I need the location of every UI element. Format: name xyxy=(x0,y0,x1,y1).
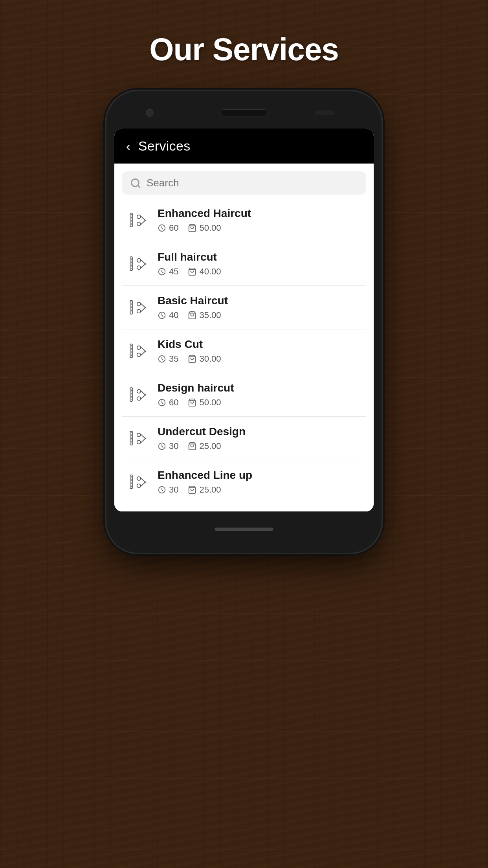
search-bar[interactable] xyxy=(122,171,366,195)
clock-icon xyxy=(158,398,166,407)
price-item: 50.00 xyxy=(188,397,221,408)
duration-item: 35 xyxy=(158,354,178,364)
svg-point-76 xyxy=(137,397,140,400)
duration-value: 45 xyxy=(169,267,178,277)
duration-value: 60 xyxy=(169,223,178,233)
back-button[interactable]: ‹ xyxy=(126,140,130,153)
service-meta: 45 40.00 xyxy=(158,267,362,277)
clock-icon xyxy=(158,355,166,363)
search-input[interactable] xyxy=(147,177,358,189)
service-meta: 60 50.00 xyxy=(158,397,362,408)
service-meta: 60 50.00 xyxy=(158,223,362,233)
svg-point-60 xyxy=(137,353,140,357)
service-info: Enhanced Haircut 60 50.00 xyxy=(158,207,362,233)
duration-value: 40 xyxy=(169,310,178,320)
svg-line-62 xyxy=(140,351,145,356)
service-meta: 40 35.00 xyxy=(158,310,362,320)
price-item: 40.00 xyxy=(188,267,221,277)
svg-line-109 xyxy=(140,477,145,482)
svg-point-28 xyxy=(137,266,140,269)
price-value: 25.00 xyxy=(199,441,221,451)
service-info: Design haircut 60 50.00 xyxy=(158,382,362,408)
service-icon xyxy=(126,208,150,232)
page-title: Our Services xyxy=(149,31,339,68)
phone-speaker xyxy=(220,109,268,116)
svg-point-63 xyxy=(145,350,146,352)
home-indicator xyxy=(215,528,273,531)
service-name: Full haircut xyxy=(158,251,362,263)
duration-value: 35 xyxy=(169,354,178,364)
price-item: 50.00 xyxy=(188,223,221,233)
content-area: Enhanced Haircut 60 50.00 xyxy=(114,164,374,511)
svg-point-43 xyxy=(137,302,140,305)
svg-line-1 xyxy=(138,185,139,187)
duration-value: 30 xyxy=(169,441,178,451)
svg-point-92 xyxy=(137,440,140,444)
service-item[interactable]: Kids Cut 35 30.00 xyxy=(122,329,366,373)
phone-screen: ‹ Services xyxy=(114,129,374,511)
svg-point-108 xyxy=(137,484,140,487)
service-meta: 30 25.00 xyxy=(158,441,362,451)
service-item[interactable]: Full haircut 45 40.00 xyxy=(122,242,366,286)
price-value: 40.00 xyxy=(199,267,221,277)
duration-value: 30 xyxy=(169,485,178,495)
duration-item: 30 xyxy=(158,485,178,495)
service-item[interactable]: Enhanced Haircut 60 50.00 xyxy=(122,199,366,242)
service-icon xyxy=(126,339,150,363)
search-icon xyxy=(130,178,141,189)
price-icon xyxy=(188,267,196,276)
service-info: Kids Cut 35 30.00 xyxy=(158,338,362,364)
svg-line-93 xyxy=(140,434,145,438)
app-header: ‹ Services xyxy=(114,129,374,164)
clock-icon xyxy=(158,267,166,276)
barber-scissors-icon xyxy=(127,253,149,275)
service-icon xyxy=(126,296,150,319)
svg-point-111 xyxy=(145,481,146,483)
price-icon xyxy=(188,355,196,363)
service-meta: 30 25.00 xyxy=(158,485,362,495)
price-item: 30.00 xyxy=(188,354,221,364)
phone-sensor xyxy=(315,110,334,115)
clock-icon xyxy=(158,442,166,451)
barber-scissors-icon xyxy=(127,210,149,231)
service-item[interactable]: Basic Haircut 40 35.00 xyxy=(122,286,366,329)
service-info: Undercut Design 30 25.00 xyxy=(158,425,362,451)
service-item[interactable]: Enhanced Line up 30 25.00 xyxy=(122,460,366,504)
barber-scissors-icon xyxy=(127,297,149,318)
service-name: Enhanced Line up xyxy=(158,469,362,482)
svg-line-77 xyxy=(140,390,145,395)
clock-icon xyxy=(158,311,166,320)
clock-icon xyxy=(158,224,166,232)
svg-point-12 xyxy=(137,222,140,226)
service-info: Basic Haircut 40 35.00 xyxy=(158,294,362,320)
svg-point-95 xyxy=(145,438,146,439)
phone-frame: ‹ Services xyxy=(106,91,382,553)
service-item[interactable]: Design haircut 60 50.00 xyxy=(122,373,366,417)
price-value: 30.00 xyxy=(199,354,221,364)
svg-point-91 xyxy=(137,433,140,436)
svg-point-107 xyxy=(137,476,140,480)
duration-item: 45 xyxy=(158,267,178,277)
phone-top-hardware xyxy=(114,103,374,123)
service-icon xyxy=(126,383,150,406)
service-info: Enhanced Line up 30 25.00 xyxy=(158,469,362,495)
service-item[interactable]: Undercut Design 30 25.00 xyxy=(122,417,366,460)
duration-value: 60 xyxy=(169,397,178,408)
svg-line-29 xyxy=(140,259,145,264)
svg-line-94 xyxy=(140,438,145,443)
price-icon xyxy=(188,398,196,407)
price-icon xyxy=(188,311,196,320)
service-icon xyxy=(126,427,150,450)
price-value: 25.00 xyxy=(199,485,221,495)
svg-point-11 xyxy=(137,215,140,218)
svg-point-47 xyxy=(145,307,146,308)
duration-item: 60 xyxy=(158,397,178,408)
price-item: 25.00 xyxy=(188,485,221,495)
price-value: 50.00 xyxy=(199,223,221,233)
svg-point-44 xyxy=(137,309,140,313)
phone-camera xyxy=(146,109,154,117)
service-info: Full haircut 45 40.00 xyxy=(158,251,362,277)
svg-point-15 xyxy=(145,219,146,221)
service-name: Basic Haircut xyxy=(158,294,362,307)
phone-bottom-hardware xyxy=(114,517,374,541)
